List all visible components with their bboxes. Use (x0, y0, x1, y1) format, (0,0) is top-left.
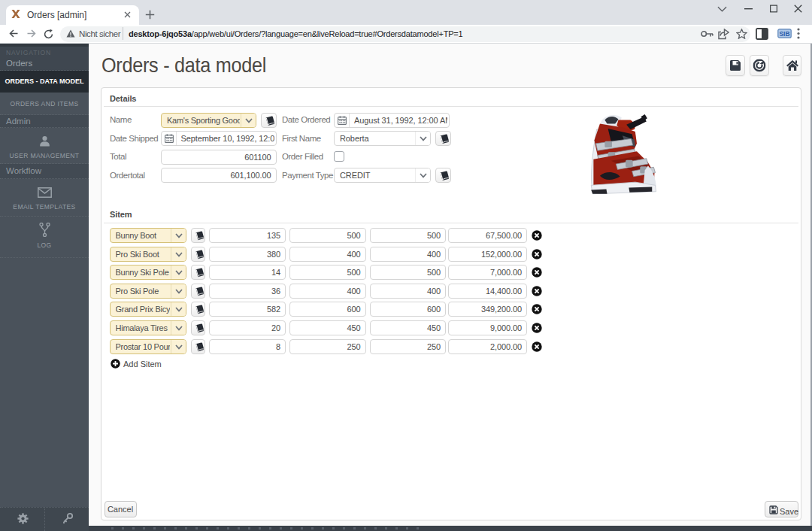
svg-text:SIB: SIB (780, 30, 790, 38)
